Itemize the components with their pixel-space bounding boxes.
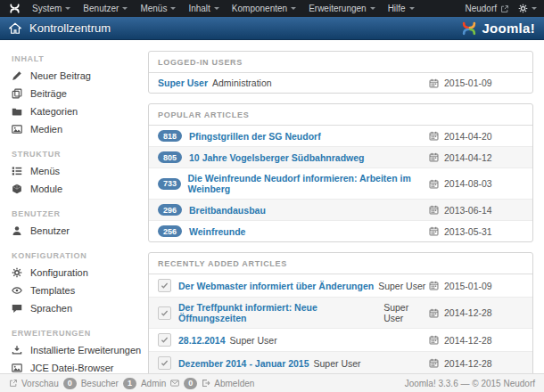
admin-count-badge: 1 [123, 378, 136, 389]
logged-in-user-row: Super User Administration 2015-01-09 [149, 73, 532, 93]
menu-erweiterungen[interactable]: Erweiterungen [302, 0, 381, 17]
article-link[interactable]: Breitbandausbau [189, 205, 266, 216]
menu-hilfe[interactable]: Hilfe [382, 0, 421, 17]
panel-title: LOGGED-IN USERS [149, 52, 532, 73]
folder-icon [12, 106, 22, 117]
recent-article-row: 28.12.2014 Super User 2014-12-28 [149, 328, 532, 351]
preview-label: Vorschau [21, 379, 59, 388]
sidebar-item-beitraege[interactable]: Beiträge [12, 85, 143, 102]
article-date: 2014-04-20 [444, 131, 492, 142]
sidebar-section-struktur: STRUKTUR [12, 150, 143, 159]
install-icon [12, 345, 22, 355]
sidebar-item-label: Sprachen [30, 303, 72, 314]
sidebar-item-benutzer[interactable]: Benutzer [12, 222, 143, 240]
joomla-icon [9, 3, 21, 14]
article-date: 2014-12-28 [444, 307, 492, 318]
calendar-icon [429, 226, 439, 236]
article-link[interactable]: Der Webmaster informiert über Änderungen [178, 281, 374, 291]
article-date: 2014-12-28 [444, 358, 492, 369]
sidebar-item-module[interactable]: Module [12, 180, 143, 198]
sidebar-section-benutzer: BENUTZER [12, 209, 143, 218]
calendar-icon [429, 131, 439, 141]
sidebar-item-label: Installierte Erweiterungen [30, 345, 141, 355]
view-site-link[interactable]: Neudorf [465, 4, 509, 13]
published-check-icon[interactable] [158, 333, 171, 347]
visitors-label: Besucher [81, 379, 119, 388]
cube-icon [12, 184, 22, 194]
sidebar-item-label: Templates [30, 285, 75, 296]
page-title: Kontrollzentrum [29, 21, 111, 35]
calendar-icon [429, 152, 439, 162]
copy-icon [12, 88, 22, 99]
recent-article-row: Der Treffpunkt informiert: Neue Öffnungs… [149, 297, 532, 328]
hits-badge: 733 [158, 178, 181, 190]
calendar-icon [429, 205, 439, 215]
chevron-down-icon [291, 7, 296, 10]
user-settings-menu[interactable] [518, 4, 537, 13]
panel-title: RECENTLY ADDED ARTICLES [149, 253, 532, 274]
article-author: Super User [383, 302, 429, 323]
menu-benutzer[interactable]: Benutzer [77, 0, 134, 17]
menu-komponenten[interactable]: Komponenten [226, 0, 302, 17]
eye-icon [12, 285, 22, 296]
menu-inhalt[interactable]: Inhalt [182, 0, 225, 17]
article-link[interactable]: Der Treffpunkt informiert: Neue Öffnungs… [178, 302, 379, 323]
article-link[interactable]: 28.12.2014 [178, 335, 226, 346]
chevron-down-icon [122, 7, 128, 10]
joomla-logo-icon [461, 20, 477, 37]
menu-menus[interactable]: Menüs [134, 0, 182, 17]
menu-label: Menüs [140, 4, 167, 13]
menu-system[interactable]: System [26, 0, 77, 17]
calendar-icon [429, 281, 439, 290]
article-date: 2013-06-14 [444, 205, 492, 216]
published-check-icon[interactable] [158, 356, 171, 370]
admin-status-bar: Vorschau 0 Besucher 1 Admin 0 Abmelden J… [0, 373, 544, 392]
sidebar-item-templates[interactable]: Templates [12, 282, 143, 299]
logout-label: Abmelden [214, 379, 254, 388]
sidebar-item-menus[interactable]: Menüs [12, 162, 143, 180]
popular-article-row: 805 10 Jahre Vogelsberger Südbahnradweg … [149, 146, 532, 167]
user-link[interactable]: Super User [158, 78, 208, 88]
article-link[interactable]: Pfingstgrillen der SG Neudorf [189, 131, 321, 142]
joomla-wordmark: Joomla! [482, 20, 535, 36]
sidebar-item-installierte-erweiterungen[interactable]: Installierte Erweiterungen [12, 341, 143, 359]
article-author: Super User [378, 281, 425, 291]
envelope-icon[interactable] [170, 379, 179, 388]
panel-title: POPULAR ARTICLES [149, 104, 532, 126]
menu-label: Komponenten [232, 4, 287, 13]
hits-badge: 818 [158, 130, 182, 142]
page-header-bar: Kontrollzentrum Joomla! [0, 17, 544, 40]
sidebar-item-medien[interactable]: Medien [12, 120, 143, 138]
sidebar-item-label: Medien [30, 124, 62, 135]
article-date: 2014-12-28 [444, 335, 492, 346]
sidebar-item-sprachen[interactable]: Sprachen [12, 299, 143, 317]
published-check-icon[interactable] [158, 306, 171, 320]
admin-label: Admin [141, 379, 166, 388]
sidebar-item-kategorien[interactable]: Kategorien [12, 102, 143, 120]
logout-link[interactable]: Abmelden [202, 379, 254, 388]
sidebar-item-neuer-beitrag[interactable]: Neuer Beitrag [12, 67, 143, 85]
sidebar-item-konfiguration[interactable]: Konfiguration [12, 264, 143, 282]
popular-article-row: 296 Breitbandausbau 2013-06-14 [149, 199, 532, 220]
article-link[interactable]: Weinfreunde [189, 226, 245, 237]
calendar-icon [429, 358, 439, 368]
joomla-brand: Joomla! [461, 20, 535, 37]
article-link[interactable]: Die Weinfreunde Neudorf informieren: Arb… [188, 173, 429, 194]
preview-link[interactable]: Vorschau [9, 379, 59, 388]
pencil-icon [12, 70, 22, 81]
sidebar-section-erweiterungen: ERWEITERUNGEN [12, 329, 143, 338]
published-check-icon[interactable] [158, 279, 171, 292]
sidebar-item-label: Neuer Beitrag [30, 70, 91, 81]
article-link[interactable]: 10 Jahre Vogelsberger Südbahnradweg [189, 152, 364, 163]
admin-menubar: System Benutzer Menüs Inhalt Komponenten… [0, 0, 544, 17]
visitors-count-badge: 0 [63, 378, 77, 389]
chevron-down-icon [370, 7, 375, 10]
sidebar-item-label: Menüs [30, 166, 60, 176]
cog-icon [12, 267, 22, 278]
sidebar-item-label: JCE Datei-Browser [30, 363, 114, 373]
recent-article-row: Der Webmaster informiert über Änderungen… [149, 274, 532, 297]
article-date: 2013-05-31 [444, 226, 492, 237]
external-link-icon [500, 4, 509, 13]
article-link[interactable]: Dezember 2014 - Januar 2015 [178, 358, 309, 369]
article-author: Super User [314, 358, 361, 369]
